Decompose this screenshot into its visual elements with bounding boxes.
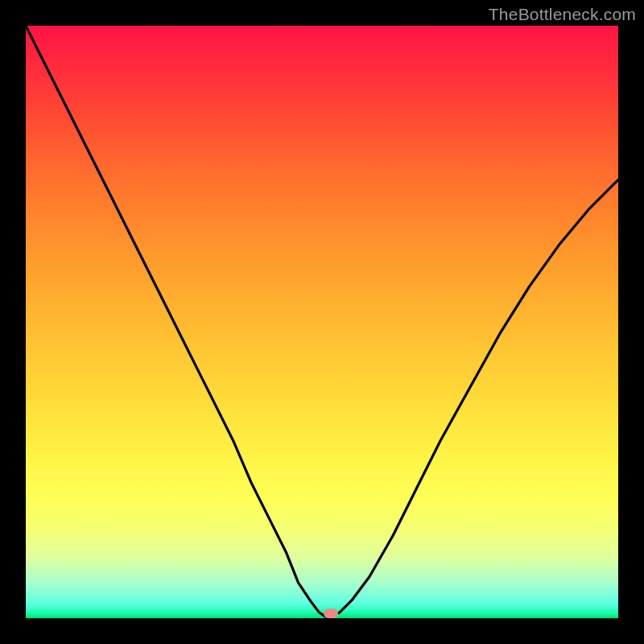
bottleneck-curve — [26, 26, 618, 618]
chart-frame: TheBottleneck.com — [0, 0, 644, 644]
watermark-text: TheBottleneck.com — [489, 5, 636, 24]
plot-area — [26, 26, 618, 618]
optimal-point-marker — [324, 609, 338, 618]
